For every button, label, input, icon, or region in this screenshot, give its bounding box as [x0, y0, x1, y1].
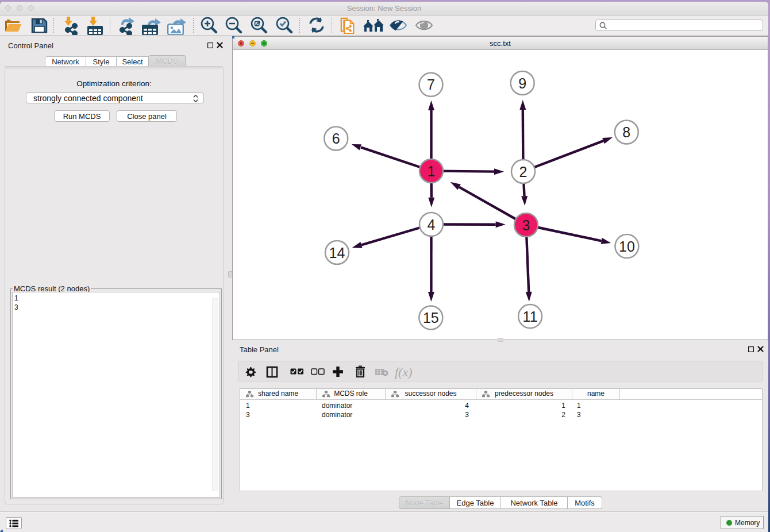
svg-text:2: 2 [519, 164, 528, 180]
svg-text:1: 1 [428, 163, 436, 179]
svg-text:14: 14 [329, 245, 345, 261]
svg-text:4: 4 [428, 217, 436, 233]
svg-text:3: 3 [522, 217, 530, 233]
svg-text:9: 9 [518, 75, 526, 91]
svg-text:15: 15 [423, 310, 439, 326]
svg-text:11: 11 [523, 309, 538, 325]
svg-text:7: 7 [427, 76, 435, 92]
svg-text:6: 6 [332, 130, 340, 147]
svg-text:8: 8 [622, 124, 630, 140]
svg-text:10: 10 [619, 238, 635, 255]
